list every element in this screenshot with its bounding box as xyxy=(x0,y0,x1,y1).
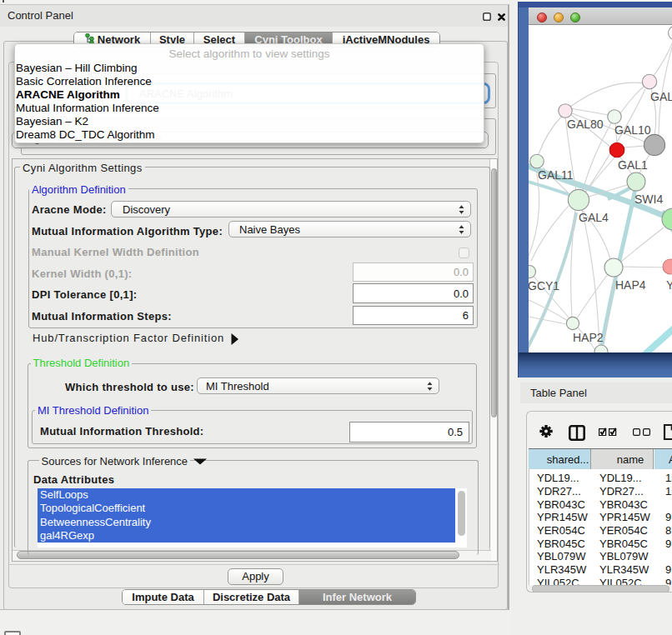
svg-text:HAP2: HAP2 xyxy=(573,331,604,344)
svg-text:GAL1: GAL1 xyxy=(618,158,648,172)
svg-text:GAL10: GAL10 xyxy=(614,123,651,137)
svg-text:YD: YD xyxy=(666,278,672,292)
svg-text:GCY1: GCY1 xyxy=(529,279,559,292)
svg-text:GAL80: GAL80 xyxy=(567,118,604,131)
svg-text:GAL2: GAL2 xyxy=(650,90,672,103)
svg-text:SWI4: SWI4 xyxy=(634,192,663,206)
svg-text:HAP4: HAP4 xyxy=(615,278,646,292)
svg-text:GAL4: GAL4 xyxy=(579,211,609,224)
svg-text:GAL11: GAL11 xyxy=(538,168,574,182)
